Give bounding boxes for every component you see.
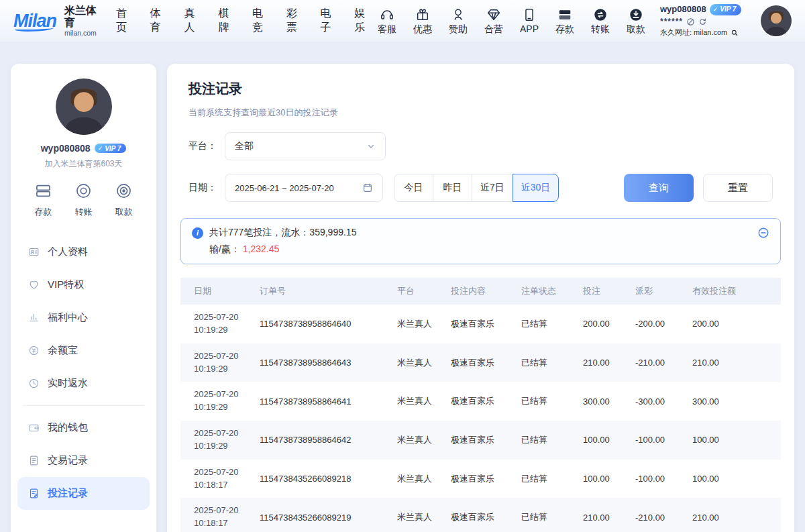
nav-item-slots[interactable]: 电子 bbox=[321, 7, 340, 35]
status-badge: 已结算 bbox=[516, 382, 578, 421]
diamond-icon bbox=[486, 6, 501, 22]
reset-button[interactable]: 重置 bbox=[703, 174, 773, 202]
sponsor-icon bbox=[451, 6, 466, 22]
date-filter-row: 日期： 2025-06-21 ~ 2025-07-20 今日 昨日 近7日 近3… bbox=[189, 174, 773, 202]
eye-off-icon[interactable] bbox=[686, 17, 695, 26]
phone-icon bbox=[522, 6, 537, 22]
table-row: 2025-07-2010:19:29 1154738738958864640 米… bbox=[180, 305, 781, 343]
platform-select-value: 全部 bbox=[235, 140, 254, 152]
range-last30-button[interactable]: 近30日 bbox=[513, 174, 559, 202]
summary-banner: i 共计777笔投注，流水：359,999.15 输/赢： 1,232.45 bbox=[180, 218, 781, 264]
status-badge: 已结算 bbox=[516, 460, 578, 498]
sidebar-item-yuebao[interactable]: 余额宝 bbox=[17, 334, 150, 367]
sidebar-deposit-button[interactable]: 存款 bbox=[34, 182, 52, 218]
logo-domain: milan.com bbox=[64, 29, 101, 37]
date-range-value: 2025-06-21 ~ 2025-07-20 bbox=[235, 183, 334, 193]
status-badge: 已结算 bbox=[516, 498, 578, 532]
profile-icon bbox=[28, 246, 40, 258]
date-range-input[interactable]: 2025-06-21 ~ 2025-07-20 bbox=[225, 174, 383, 202]
sidebar-item-transactions[interactable]: 交易记录 bbox=[17, 444, 150, 477]
bet-records-table: 日期 订单号 平台 投注内容 注单状态 投注 派彩 有效投注额 2025-07-… bbox=[180, 278, 781, 532]
nav-item-esports[interactable]: 电竞 bbox=[252, 7, 272, 35]
summary-totals: 共计777笔投注，流水：359,999.15 bbox=[209, 227, 356, 239]
joined-days: 加入米兰体育第603天 bbox=[11, 158, 156, 170]
col-platform: 平台 bbox=[392, 278, 445, 305]
nav-item-live[interactable]: 真人 bbox=[184, 7, 204, 35]
quicklink-sponsor[interactable]: 赞助 bbox=[445, 6, 472, 36]
sidebar-quick-actions: 存款 转账 取款 bbox=[11, 170, 156, 227]
refresh-icon[interactable] bbox=[698, 17, 707, 26]
sidebar-menu: 个人资料 VIP特权 福利中心 余额宝 实时返水 我的钱包 交易记录 bbox=[11, 227, 156, 510]
col-payout: 派彩 bbox=[630, 278, 687, 305]
header-quick-links: 客服 优惠 赞助 合营 APP bbox=[374, 6, 649, 36]
transfer-icon bbox=[593, 6, 608, 22]
betting-records-panel: 投注记录 当前系统支持查询最近30日的投注记录 平台： 全部 日期： 2025-… bbox=[167, 64, 794, 532]
status-badge: 已结算 bbox=[516, 305, 578, 343]
vip-icon bbox=[28, 279, 40, 290]
sidebar-item-wallet[interactable]: 我的钱包 bbox=[17, 411, 150, 444]
nav-item-entertainment[interactable]: 娱乐 bbox=[354, 7, 374, 35]
table-row: 2025-07-2010:19:29 1154738738958864642 米… bbox=[180, 421, 781, 460]
main-nav: 首页 体育 真人 棋牌 电竞 彩票 电子 娱乐 bbox=[116, 7, 374, 35]
vip-badge: ✓VIP 7 bbox=[95, 144, 127, 153]
col-status: 注单状态 bbox=[516, 278, 578, 305]
coin-icon bbox=[28, 345, 40, 356]
transfer-icon bbox=[74, 182, 93, 203]
range-yesterday-button[interactable]: 昨日 bbox=[433, 174, 472, 202]
quicklink-transfer[interactable]: 转账 bbox=[587, 6, 614, 36]
headset-icon bbox=[380, 6, 394, 22]
quicklink-app[interactable]: APP bbox=[516, 6, 543, 34]
search-button[interactable]: 查询 bbox=[624, 174, 694, 202]
collapse-icon[interactable] bbox=[757, 227, 769, 242]
quicklink-service[interactable]: 客服 bbox=[374, 6, 400, 36]
nav-item-sports[interactable]: 体育 bbox=[150, 7, 170, 35]
col-valid: 有效投注额 bbox=[687, 278, 781, 305]
col-bet: 投注 bbox=[578, 278, 630, 305]
quicklink-partner[interactable]: 合营 bbox=[480, 6, 507, 36]
table-row: 2025-07-2010:18:17 1154738435266089218 米… bbox=[180, 460, 781, 498]
sidebar: wyp080808 ✓VIP 7 加入米兰体育第603天 存款 转账 取款 个人… bbox=[11, 64, 156, 532]
nav-item-lottery[interactable]: 彩票 bbox=[286, 7, 306, 35]
platform-label: 平台： bbox=[189, 140, 217, 152]
sidebar-item-bet-records[interactable]: 投注记录 bbox=[17, 477, 150, 510]
page-title: 投注记录 bbox=[189, 80, 773, 98]
quicklink-withdraw[interactable]: 取款 bbox=[623, 6, 649, 36]
sidebar-transfer-button[interactable]: 转账 bbox=[74, 182, 93, 218]
winloss-value: 1,232.45 bbox=[243, 244, 280, 254]
quick-range-group: 今日 昨日 近7日 近30日 bbox=[394, 174, 559, 202]
deposit-icon bbox=[557, 6, 572, 22]
nav-item-chess[interactable]: 棋牌 bbox=[218, 7, 237, 35]
range-today-button[interactable]: 今日 bbox=[394, 174, 433, 202]
withdraw-icon bbox=[629, 6, 643, 22]
col-content: 投注内容 bbox=[445, 278, 516, 305]
sidebar-item-rebate[interactable]: 实时返水 bbox=[17, 367, 150, 400]
avatar[interactable] bbox=[761, 5, 792, 36]
logo[interactable]: Milan 米兰体育 milan.com bbox=[13, 5, 101, 36]
top-header: Milan 米兰体育 milan.com 首页 体育 真人 棋牌 电竞 彩票 电… bbox=[0, 0, 805, 42]
quicklink-promo[interactable]: 优惠 bbox=[409, 6, 436, 36]
chevron-down-icon bbox=[366, 142, 376, 151]
avatar[interactable] bbox=[56, 78, 112, 135]
sidebar-item-profile[interactable]: 个人资料 bbox=[17, 235, 150, 268]
sidebar-item-welfare[interactable]: 福利中心 bbox=[17, 301, 150, 334]
magnifier-icon[interactable] bbox=[731, 29, 739, 37]
table-row: 2025-07-2010:19:29 1154738738958864641 米… bbox=[180, 382, 781, 421]
quicklink-deposit[interactable]: 存款 bbox=[551, 6, 578, 36]
gift-icon bbox=[415, 6, 430, 22]
filter-actions: 查询 重置 bbox=[624, 174, 773, 202]
masked-balance: ****** bbox=[660, 16, 683, 28]
deposit-icon bbox=[34, 182, 52, 203]
sidebar-item-vip[interactable]: VIP特权 bbox=[17, 268, 150, 301]
nav-item-home[interactable]: 首页 bbox=[116, 7, 136, 35]
platform-filter-row: 平台： 全部 bbox=[189, 132, 773, 160]
wallet-icon bbox=[28, 422, 40, 433]
username: wyp080808 bbox=[660, 3, 706, 16]
range-last7-button[interactable]: 近7日 bbox=[472, 174, 513, 202]
transactions-icon bbox=[28, 455, 40, 466]
user-info: wyp080808 ✓VIP 7 ****** 永久网址: milan.com bbox=[660, 3, 753, 38]
sidebar-withdraw-button[interactable]: 取款 bbox=[115, 182, 133, 218]
welfare-icon bbox=[28, 312, 40, 323]
col-date: 日期 bbox=[180, 278, 254, 305]
info-icon: i bbox=[192, 227, 203, 239]
platform-select[interactable]: 全部 bbox=[225, 132, 386, 160]
